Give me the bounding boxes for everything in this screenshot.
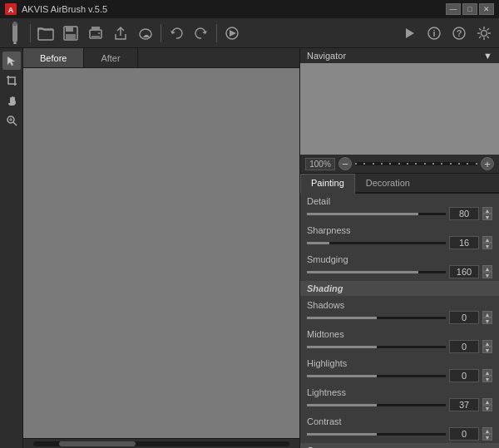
zoom-dot xyxy=(381,163,383,165)
zoom-dot xyxy=(373,163,374,165)
contrast-value[interactable] xyxy=(449,427,479,441)
detail-spinner: ▲ ▼ xyxy=(482,207,492,220)
lightness-control: ▲ ▼ xyxy=(307,398,492,411)
sharpness-control: ▲ ▼ xyxy=(307,236,492,249)
decoration-tab[interactable]: Decoration xyxy=(355,174,421,192)
gear2-icon[interactable] xyxy=(472,22,496,45)
zoom-out-button[interactable]: − xyxy=(338,157,352,170)
info2-icon[interactable]: i xyxy=(422,22,446,45)
zoom-slider[interactable] xyxy=(355,162,477,165)
airbrush-icon[interactable] xyxy=(3,22,27,45)
shadows-up[interactable]: ▲ xyxy=(482,311,492,318)
zoom-tool[interactable] xyxy=(2,111,21,130)
zoom-dot xyxy=(398,163,400,165)
painting-tab[interactable]: Painting xyxy=(300,174,355,194)
right-panel: Navigator ▼ 100% − xyxy=(299,48,499,448)
crop-tool[interactable] xyxy=(2,71,21,90)
lightness-label: Lightness xyxy=(307,387,492,397)
main-toolbar: ☁ i ? xyxy=(0,18,499,48)
hand-tool[interactable] xyxy=(2,91,21,110)
contrast-slider-fill xyxy=(307,433,377,436)
select-tool[interactable] xyxy=(2,52,21,70)
highlights-up[interactable]: ▲ xyxy=(482,369,492,376)
canvas-viewport[interactable] xyxy=(23,68,299,438)
after-tab[interactable]: After xyxy=(84,48,137,67)
contrast-up[interactable]: ▲ xyxy=(482,427,492,434)
print-icon[interactable] xyxy=(84,22,107,45)
lightness-slider-fill xyxy=(307,404,377,406)
shadows-slider[interactable] xyxy=(307,317,446,319)
shadows-control: ▲ ▼ xyxy=(307,311,492,324)
before-tab[interactable]: Before xyxy=(23,48,84,67)
open-file-icon[interactable] xyxy=(34,22,57,45)
smudging-up[interactable]: ▲ xyxy=(482,265,492,272)
save-file-icon[interactable] xyxy=(59,22,82,45)
highlights-slider-fill xyxy=(307,375,377,377)
scrollbar-track[interactable] xyxy=(33,441,289,446)
midtones-up[interactable]: ▲ xyxy=(482,340,492,347)
contrast-slider[interactable] xyxy=(307,433,446,436)
svg-text:?: ? xyxy=(457,28,462,38)
sharpness-slider[interactable] xyxy=(307,242,446,244)
play-run-icon[interactable] xyxy=(398,22,421,45)
lightness-up[interactable]: ▲ xyxy=(482,398,492,405)
share-icon[interactable] xyxy=(109,22,132,45)
lightness-down[interactable]: ▼ xyxy=(482,405,492,411)
shadows-down[interactable]: ▼ xyxy=(482,318,492,324)
smudging-value[interactable] xyxy=(449,265,479,278)
close-button[interactable]: ✕ xyxy=(479,3,494,15)
sharpness-down[interactable]: ▼ xyxy=(482,243,492,249)
midtones-slider[interactable] xyxy=(307,346,446,348)
detail-control: ▲ ▼ xyxy=(307,207,492,220)
navigator-header[interactable]: Navigator ▼ xyxy=(300,48,499,63)
smudging-slider[interactable] xyxy=(307,271,446,273)
contrast-spinner: ▲ ▼ xyxy=(482,427,492,441)
svg-point-22 xyxy=(482,30,487,36)
smudging-label: Smudging xyxy=(307,254,492,264)
zoom-level-label: 100% xyxy=(305,158,335,170)
navigator-title: Navigator xyxy=(307,51,346,61)
contrast-label: Contrast xyxy=(307,416,492,426)
highlights-down[interactable]: ▼ xyxy=(482,376,492,382)
maximize-button[interactable]: □ xyxy=(462,3,477,15)
detail-up[interactable]: ▲ xyxy=(482,207,492,214)
zoom-dot xyxy=(424,163,426,165)
shading-section-header: Shading xyxy=(300,281,499,296)
detail-down[interactable]: ▼ xyxy=(482,214,492,220)
lightness-value[interactable] xyxy=(449,398,479,411)
navigator-preview[interactable] xyxy=(300,63,499,155)
detail-value[interactable] xyxy=(449,207,479,220)
sharpness-value[interactable] xyxy=(449,236,479,249)
minimize-button[interactable]: — xyxy=(446,3,461,15)
sharpness-up[interactable]: ▲ xyxy=(482,236,492,243)
contrast-control: ▲ ▼ xyxy=(307,427,492,441)
zoom-dot xyxy=(432,163,434,165)
canvas-area: Before After xyxy=(23,48,299,448)
export-icon[interactable]: ☁ xyxy=(134,22,157,45)
redo-icon[interactable] xyxy=(190,22,213,45)
svg-rect-5 xyxy=(38,29,53,40)
highlights-value[interactable] xyxy=(449,369,479,382)
highlights-slider[interactable] xyxy=(307,375,446,377)
lightness-slider[interactable] xyxy=(307,404,446,406)
smudging-row: Smudging ▲ ▼ xyxy=(300,252,499,278)
zoom-in-button[interactable]: + xyxy=(481,157,494,170)
main-layout: Before After Navigator ▼ 100% − xyxy=(0,48,499,448)
navigator-collapse-icon: ▼ xyxy=(483,51,492,61)
zoom-dot xyxy=(363,163,365,165)
midtones-spinner: ▲ ▼ xyxy=(482,340,492,353)
detail-slider-fill xyxy=(307,213,418,215)
scrollbar-thumb[interactable] xyxy=(59,441,136,446)
zoom-dot xyxy=(407,163,408,165)
midtones-value[interactable] xyxy=(449,340,479,353)
process-icon[interactable] xyxy=(220,22,244,45)
contrast-down[interactable]: ▼ xyxy=(482,434,492,441)
shadows-value[interactable] xyxy=(449,311,479,324)
detail-slider[interactable] xyxy=(307,213,446,215)
horizontal-scrollbar[interactable] xyxy=(23,438,299,448)
svg-point-12 xyxy=(98,32,100,34)
smudging-down[interactable]: ▼ xyxy=(482,272,492,278)
help2-icon[interactable]: ? xyxy=(447,22,471,45)
midtones-down[interactable]: ▼ xyxy=(482,347,492,353)
undo-icon[interactable] xyxy=(165,22,188,45)
